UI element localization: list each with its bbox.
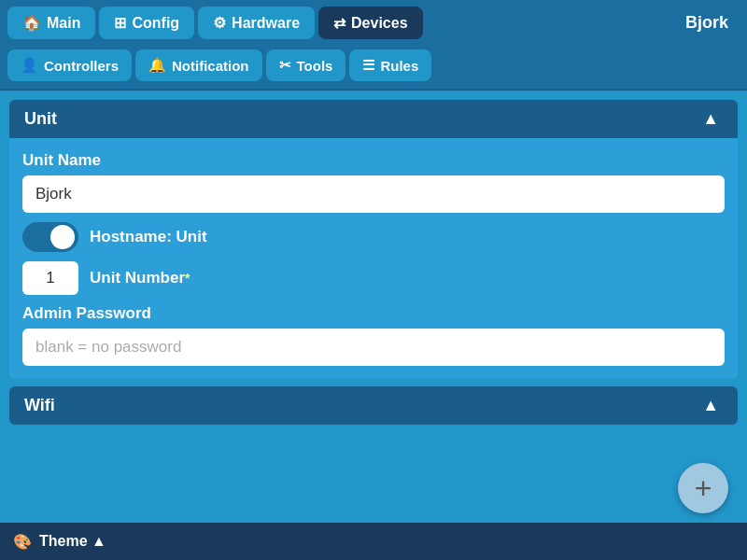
wifi-panel: Wifi ▲ [9,386,738,425]
nav-main-label: Main [47,15,80,32]
nav-config[interactable]: ⊞ Config [99,7,194,39]
admin-password-label: Admin Password [22,304,725,323]
nav-rules-label: Rules [380,58,418,74]
unit-section-title: Unit [24,109,57,129]
fab-add-button[interactable]: + [678,463,728,513]
tools-icon: ✂ [279,57,291,74]
chevron-up-icon: ▲ [702,109,719,128]
nav-tools[interactable]: ✂ Tools [266,49,346,81]
devices-icon: ⇄ [333,14,345,32]
unit-section-body: Unit Name Hostname: Unit Unit Number* Ad… [9,138,738,379]
unit-number-label: Unit Number* [90,269,190,287]
controllers-icon: 👤 [21,57,38,74]
config-icon: ⊞ [114,14,126,32]
nav-notification[interactable]: 🔔 Notification [135,49,262,81]
wifi-collapse-btn[interactable]: ▲ [698,396,723,415]
hardware-icon: ⚙ [213,14,226,32]
hostname-toggle[interactable] [22,222,78,252]
theme-bar: 🎨 Theme ▲ [0,523,747,560]
rules-icon: ☰ [362,57,374,74]
nav-devices[interactable]: ⇄ Devices [318,7,423,39]
username-display: Bjork [674,6,740,40]
required-star: * [185,271,190,286]
palette-icon: 🎨 [13,533,32,551]
content-area: Unit ▲ Unit Name Hostname: Unit Unit Num… [0,91,747,501]
nav-main[interactable]: 🏠 Main [7,7,95,39]
nav-devices-label: Devices [351,15,408,32]
hostname-label: Hostname: Unit [90,228,207,246]
top-nav: 🏠 Main ⊞ Config ⚙ Hardware ⇄ Devices Bjo… [0,0,747,46]
nav-controllers-label: Controllers [44,58,119,74]
theme-label: Theme ▲ [39,533,106,550]
nav-notification-label: Notification [172,58,249,74]
admin-password-input[interactable] [22,329,725,366]
unit-panel: Unit ▲ Unit Name Hostname: Unit Unit Num… [9,100,738,379]
nav-hardware[interactable]: ⚙ Hardware [198,7,315,39]
notification-icon: 🔔 [148,57,166,74]
wifi-chevron-icon: ▲ [702,396,719,414]
hostname-toggle-row: Hostname: Unit [22,222,725,252]
toggle-slider [22,222,78,252]
theme-button[interactable]: 🎨 Theme ▲ [13,533,106,551]
unit-number-row: Unit Number* [22,261,725,295]
unit-name-input[interactable] [22,175,725,213]
wifi-section-header: Wifi ▲ [9,386,738,425]
fab-plus-icon: + [695,471,712,506]
nav-rules[interactable]: ☰ Rules [349,49,431,81]
unit-section-header: Unit ▲ [9,100,738,138]
unit-name-label: Unit Name [22,151,725,170]
wifi-section-title: Wifi [24,396,55,415]
nav-hardware-label: Hardware [232,15,300,32]
unit-number-input[interactable] [22,261,78,295]
nav-config-label: Config [132,15,179,32]
nav-tools-label: Tools [297,58,333,74]
unit-collapse-btn[interactable]: ▲ [698,109,723,129]
second-nav: 👤 Controllers 🔔 Notification ✂ Tools ☰ R… [0,46,747,91]
home-icon: 🏠 [22,14,41,32]
nav-controllers[interactable]: 👤 Controllers [7,49,132,81]
